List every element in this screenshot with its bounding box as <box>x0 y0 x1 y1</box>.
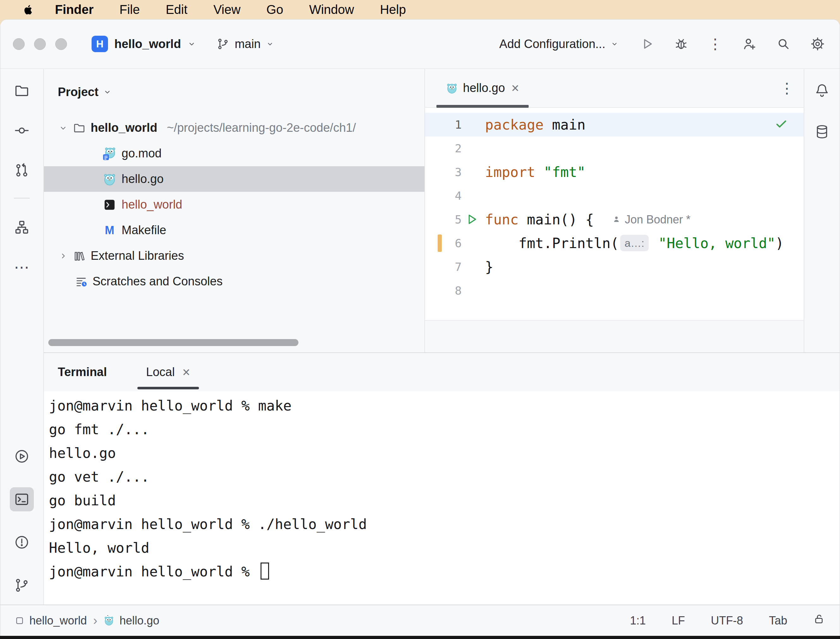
chevron-down-icon <box>610 40 619 48</box>
close-window-button[interactable] <box>13 38 25 50</box>
editor-tab-hello-go[interactable]: hello.go × <box>436 69 529 107</box>
settings-button[interactable] <box>808 35 827 53</box>
project-tool-window: Project hello_world ~/projects/learning-… <box>44 69 425 352</box>
run-icon <box>465 212 479 226</box>
minimize-window-button[interactable] <box>34 38 46 50</box>
play-icon <box>640 37 654 51</box>
breadcrumb-project[interactable]: hello_world <box>29 614 87 627</box>
folder-icon <box>72 121 86 135</box>
readonly-toggle[interactable] <box>813 613 825 628</box>
tree-root-label: hello_world <box>90 121 157 135</box>
tree-item-go-mod[interactable]: go.mod <box>44 141 425 166</box>
go-file-icon <box>103 172 117 186</box>
gear-icon <box>810 37 825 51</box>
code-token: ) <box>776 235 784 251</box>
tree-item-label: Makefile <box>122 223 166 237</box>
vcs-branch-widget[interactable]: main <box>216 37 274 51</box>
menu-finder[interactable]: Finder <box>55 3 94 17</box>
makefile-icon: M <box>103 223 117 237</box>
author-icon <box>612 215 621 224</box>
terminal-toolwindow-button[interactable] <box>13 491 30 508</box>
terminal-line: go vet ./... <box>49 465 840 489</box>
database-icon <box>814 124 830 140</box>
go-file-icon <box>446 82 458 94</box>
line-number: 8 <box>455 279 462 302</box>
problems-toolwindow-button[interactable] <box>13 534 30 551</box>
notifications-button[interactable] <box>814 82 830 99</box>
macos-menu-bar: Finder File Edit View Go Window Help <box>0 0 840 19</box>
code-token: main <box>544 117 585 133</box>
menu-window[interactable]: Window <box>309 3 354 17</box>
code-token: func <box>485 211 518 227</box>
terminal-output[interactable]: jon@marvin hello_world % make go fmt ./.… <box>44 391 840 604</box>
code-line: 1 package main <box>425 113 804 137</box>
structure-toolwindow-button[interactable] <box>13 219 30 236</box>
tree-item-scratches[interactable]: Scratches and Consoles <box>44 269 425 294</box>
horizontal-scrollbar[interactable] <box>48 339 298 346</box>
inspections-ok-icon[interactable] <box>774 117 789 132</box>
pull-request-icon <box>14 162 30 178</box>
code-author-annotation: Jon Bodner * <box>612 208 690 231</box>
menu-edit[interactable]: Edit <box>166 3 188 17</box>
more-actions-button[interactable]: ⋮ <box>706 35 725 53</box>
search-everywhere-button[interactable] <box>774 35 793 53</box>
project-widget[interactable]: H hello_world <box>92 36 196 52</box>
terminal-panel-title: Terminal <box>58 365 107 379</box>
terminal-tab-local[interactable]: Local × <box>137 353 199 391</box>
line-number: 2 <box>455 137 462 160</box>
code-line: 2 <box>425 137 804 160</box>
project-tree: hello_world ~/projects/learning-go-2e-co… <box>44 115 425 294</box>
commit-toolwindow-button[interactable] <box>13 122 30 139</box>
more-toolwindows-button[interactable]: ⋯ <box>13 259 30 276</box>
code-line: 5 func main() {Jon Bodner * <box>425 208 804 231</box>
pull-requests-toolwindow-button[interactable] <box>13 162 30 179</box>
breadcrumb-file[interactable]: hello.go <box>119 614 159 627</box>
run-main-gutter-button[interactable] <box>465 212 479 227</box>
indent-widget[interactable]: Tab <box>769 614 787 627</box>
breadcrumb: hello_world › hello.go <box>15 614 160 628</box>
run-button[interactable] <box>637 35 656 53</box>
tree-item-hello-go[interactable]: hello.go <box>44 166 425 192</box>
line-number: 5 <box>455 208 462 231</box>
tree-item-makefile[interactable]: M Makefile <box>44 218 425 243</box>
libraries-icon <box>72 249 86 263</box>
menu-help[interactable]: Help <box>380 3 406 17</box>
run-configuration-selector[interactable]: Add Configuration... <box>499 37 619 51</box>
terminal-tab-label: Local <box>146 365 175 379</box>
run-toolwindow-button[interactable] <box>13 448 30 465</box>
tab-options-button[interactable]: ⋮ <box>780 79 794 97</box>
terminal-line: hello.go <box>49 441 840 465</box>
editor-background <box>425 320 804 352</box>
menu-view[interactable]: View <box>214 3 241 17</box>
line-separator-widget[interactable]: LF <box>672 614 685 627</box>
go-mod-icon <box>103 147 117 161</box>
terminal-line: jon@marvin hello_world % make <box>49 394 840 418</box>
line-number: 3 <box>455 160 462 184</box>
menu-file[interactable]: File <box>119 3 139 17</box>
tree-item-external-libraries[interactable]: External Libraries <box>44 243 425 269</box>
tree-item-hello-world-binary[interactable]: hello_world <box>44 192 425 218</box>
scratches-icon <box>74 275 88 289</box>
project-toolwindow-button[interactable] <box>13 82 30 99</box>
menu-go[interactable]: Go <box>266 3 283 17</box>
code-with-me-button[interactable] <box>740 35 759 53</box>
tree-item-label: External Libraries <box>90 249 184 262</box>
chevron-right-icon[interactable] <box>59 251 68 261</box>
line-number: 1 <box>455 113 462 137</box>
run-toolwindow-icon <box>14 448 30 464</box>
caret-position-widget[interactable]: 1:1 <box>630 614 646 627</box>
tree-item-root[interactable]: hello_world ~/projects/learning-go-2e-co… <box>44 115 425 141</box>
close-tab-button[interactable]: × <box>511 81 519 96</box>
database-toolwindow-button[interactable] <box>814 124 830 141</box>
vcs-toolwindow-button[interactable] <box>13 577 30 594</box>
apple-menu[interactable] <box>22 4 34 16</box>
encoding-widget[interactable]: UTF-8 <box>711 614 743 627</box>
chevron-down-icon[interactable] <box>59 123 68 133</box>
tree-item-label: hello.go <box>122 172 163 186</box>
project-panel-header[interactable]: Project <box>44 69 425 115</box>
debug-button[interactable] <box>672 35 691 53</box>
zoom-window-button[interactable] <box>55 38 67 50</box>
terminal-line: go build <box>49 489 840 512</box>
close-terminal-tab-button[interactable]: × <box>182 365 190 380</box>
editor[interactable]: 1 package main 2 3 import "fm <box>425 108 804 320</box>
